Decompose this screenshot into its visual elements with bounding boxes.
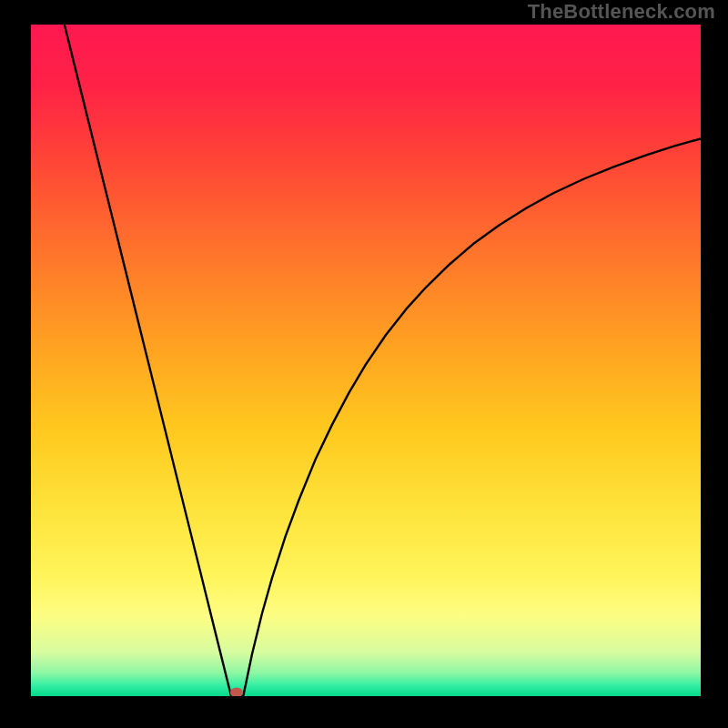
watermark: TheBottleneck.com (528, 0, 715, 24)
chart-frame: TheBottleneck.com (0, 0, 728, 728)
bottleneck-chart (31, 25, 701, 696)
gradient-background (31, 25, 701, 696)
